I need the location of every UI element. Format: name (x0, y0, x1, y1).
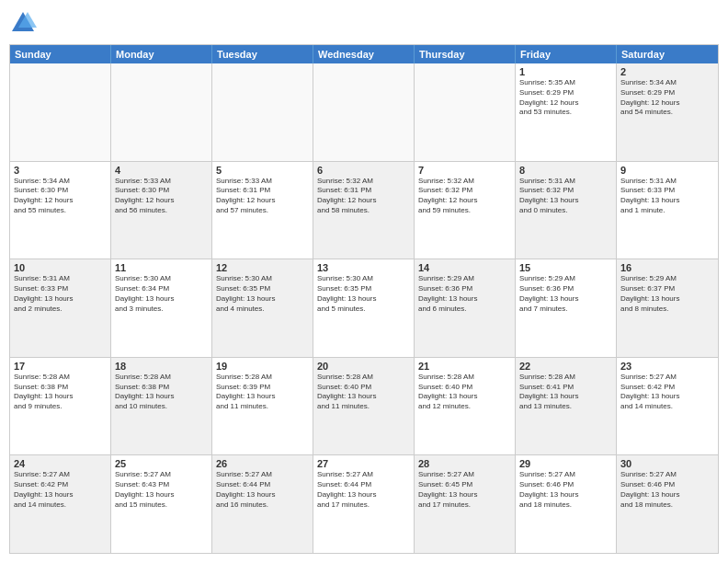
day-number: 1 (519, 66, 612, 77)
day-number: 9 (620, 165, 714, 176)
day-info: Sunrise: 5:27 AM Sunset: 6:45 PM Dayligh… (418, 470, 511, 510)
cal-cell: 10Sunrise: 5:31 AM Sunset: 6:33 PM Dayli… (10, 259, 111, 357)
day-info: Sunrise: 5:29 AM Sunset: 6:37 PM Dayligh… (620, 274, 714, 314)
day-info: Sunrise: 5:31 AM Sunset: 6:32 PM Dayligh… (519, 177, 612, 216)
cal-cell: 22Sunrise: 5:28 AM Sunset: 6:41 PM Dayli… (516, 358, 617, 455)
day-number: 11 (115, 262, 208, 273)
day-info: Sunrise: 5:33 AM Sunset: 6:30 PM Dayligh… (115, 177, 208, 216)
cal-row: 17Sunrise: 5:28 AM Sunset: 6:38 PM Dayli… (10, 358, 718, 456)
cal-cell (111, 63, 212, 161)
cal-cell: 17Sunrise: 5:28 AM Sunset: 6:38 PM Dayli… (10, 358, 111, 455)
day-number: 3 (14, 165, 107, 176)
cal-row: 1Sunrise: 5:35 AM Sunset: 6:29 PM Daylig… (10, 63, 718, 162)
cal-cell: 27Sunrise: 5:27 AM Sunset: 6:44 PM Dayli… (313, 455, 415, 553)
cal-cell: 7Sunrise: 5:32 AM Sunset: 6:32 PM Daylig… (415, 162, 516, 259)
cal-cell: 9Sunrise: 5:31 AM Sunset: 6:33 PM Daylig… (617, 162, 718, 259)
day-info: Sunrise: 5:28 AM Sunset: 6:38 PM Dayligh… (14, 373, 107, 412)
day-info: Sunrise: 5:28 AM Sunset: 6:39 PM Dayligh… (216, 373, 309, 412)
day-number: 6 (317, 165, 410, 176)
day-number: 5 (216, 165, 309, 176)
cal-cell: 23Sunrise: 5:27 AM Sunset: 6:42 PM Dayli… (617, 358, 718, 455)
day-number: 19 (216, 361, 309, 372)
cal-cell (10, 63, 111, 161)
cal-cell: 13Sunrise: 5:30 AM Sunset: 6:35 PM Dayli… (313, 259, 415, 357)
cal-cell: 28Sunrise: 5:27 AM Sunset: 6:45 PM Dayli… (415, 455, 516, 553)
day-info: Sunrise: 5:27 AM Sunset: 6:44 PM Dayligh… (216, 470, 309, 510)
cal-header-cell: Wednesday (313, 45, 415, 63)
cal-cell: 4Sunrise: 5:33 AM Sunset: 6:30 PM Daylig… (111, 162, 212, 259)
day-number: 7 (418, 165, 511, 176)
cal-cell: 11Sunrise: 5:30 AM Sunset: 6:34 PM Dayli… (111, 259, 212, 357)
cal-cell (212, 63, 313, 161)
day-info: Sunrise: 5:28 AM Sunset: 6:41 PM Dayligh… (519, 373, 612, 412)
day-info: Sunrise: 5:27 AM Sunset: 6:46 PM Dayligh… (519, 470, 612, 510)
day-info: Sunrise: 5:27 AM Sunset: 6:46 PM Dayligh… (620, 470, 714, 510)
day-number: 23 (620, 361, 714, 372)
cal-cell: 29Sunrise: 5:27 AM Sunset: 6:46 PM Dayli… (516, 455, 617, 553)
day-info: Sunrise: 5:30 AM Sunset: 6:34 PM Dayligh… (115, 274, 208, 314)
day-info: Sunrise: 5:28 AM Sunset: 6:40 PM Dayligh… (317, 373, 410, 412)
calendar: SundayMondayTuesdayWednesdayThursdayFrid… (9, 44, 719, 554)
day-info: Sunrise: 5:30 AM Sunset: 6:35 PM Dayligh… (317, 274, 410, 314)
day-info: Sunrise: 5:27 AM Sunset: 6:44 PM Dayligh… (317, 470, 410, 510)
calendar-header: SundayMondayTuesdayWednesdayThursdayFrid… (10, 45, 718, 63)
cal-cell: 24Sunrise: 5:27 AM Sunset: 6:42 PM Dayli… (10, 455, 111, 553)
day-number: 15 (519, 262, 612, 273)
day-number: 13 (317, 262, 410, 273)
cal-cell: 8Sunrise: 5:31 AM Sunset: 6:32 PM Daylig… (516, 162, 617, 259)
cal-cell: 2Sunrise: 5:34 AM Sunset: 6:29 PM Daylig… (617, 63, 718, 161)
day-info: Sunrise: 5:30 AM Sunset: 6:35 PM Dayligh… (216, 274, 309, 314)
day-number: 29 (519, 458, 612, 469)
cal-cell: 14Sunrise: 5:29 AM Sunset: 6:36 PM Dayli… (415, 259, 516, 357)
cal-cell: 18Sunrise: 5:28 AM Sunset: 6:38 PM Dayli… (111, 358, 212, 455)
logo-icon (9, 9, 37, 37)
cal-cell: 30Sunrise: 5:27 AM Sunset: 6:46 PM Dayli… (617, 455, 718, 553)
day-number: 20 (317, 361, 410, 372)
cal-header-cell: Tuesday (212, 45, 313, 63)
cal-cell: 1Sunrise: 5:35 AM Sunset: 6:29 PM Daylig… (516, 63, 617, 161)
day-info: Sunrise: 5:27 AM Sunset: 6:42 PM Dayligh… (620, 373, 714, 412)
day-info: Sunrise: 5:29 AM Sunset: 6:36 PM Dayligh… (519, 274, 612, 314)
day-info: Sunrise: 5:29 AM Sunset: 6:36 PM Dayligh… (418, 274, 511, 314)
day-number: 28 (418, 458, 511, 469)
day-info: Sunrise: 5:32 AM Sunset: 6:32 PM Dayligh… (418, 177, 511, 216)
day-info: Sunrise: 5:32 AM Sunset: 6:31 PM Dayligh… (317, 177, 410, 216)
day-info: Sunrise: 5:28 AM Sunset: 6:40 PM Dayligh… (418, 373, 511, 412)
header (9, 9, 719, 37)
cal-header-cell: Thursday (415, 45, 516, 63)
day-info: Sunrise: 5:31 AM Sunset: 6:33 PM Dayligh… (14, 274, 107, 314)
cal-header-cell: Friday (516, 45, 617, 63)
day-number: 2 (620, 66, 714, 77)
cal-cell: 15Sunrise: 5:29 AM Sunset: 6:36 PM Dayli… (516, 259, 617, 357)
day-number: 30 (620, 458, 714, 469)
cal-header-cell: Saturday (617, 45, 718, 63)
day-info: Sunrise: 5:31 AM Sunset: 6:33 PM Dayligh… (620, 177, 714, 216)
cal-cell: 21Sunrise: 5:28 AM Sunset: 6:40 PM Dayli… (415, 358, 516, 455)
cal-cell: 16Sunrise: 5:29 AM Sunset: 6:37 PM Dayli… (617, 259, 718, 357)
logo (9, 9, 40, 37)
cal-cell: 20Sunrise: 5:28 AM Sunset: 6:40 PM Dayli… (313, 358, 415, 455)
cal-cell (313, 63, 415, 161)
cal-row: 3Sunrise: 5:34 AM Sunset: 6:30 PM Daylig… (10, 162, 718, 260)
day-number: 17 (14, 361, 107, 372)
day-number: 16 (620, 262, 714, 273)
day-info: Sunrise: 5:27 AM Sunset: 6:42 PM Dayligh… (14, 470, 107, 510)
day-info: Sunrise: 5:34 AM Sunset: 6:30 PM Dayligh… (14, 177, 107, 216)
day-number: 18 (115, 361, 208, 372)
cal-cell: 5Sunrise: 5:33 AM Sunset: 6:31 PM Daylig… (212, 162, 313, 259)
day-number: 27 (317, 458, 410, 469)
day-info: Sunrise: 5:27 AM Sunset: 6:43 PM Dayligh… (115, 470, 208, 510)
day-info: Sunrise: 5:28 AM Sunset: 6:38 PM Dayligh… (115, 373, 208, 412)
cal-cell: 3Sunrise: 5:34 AM Sunset: 6:30 PM Daylig… (10, 162, 111, 259)
cal-header-cell: Sunday (10, 45, 111, 63)
day-info: Sunrise: 5:33 AM Sunset: 6:31 PM Dayligh… (216, 177, 309, 216)
day-number: 21 (418, 361, 511, 372)
day-number: 26 (216, 458, 309, 469)
cal-row: 24Sunrise: 5:27 AM Sunset: 6:42 PM Dayli… (10, 455, 718, 553)
calendar-body: 1Sunrise: 5:35 AM Sunset: 6:29 PM Daylig… (10, 63, 718, 553)
cal-cell: 26Sunrise: 5:27 AM Sunset: 6:44 PM Dayli… (212, 455, 313, 553)
day-number: 24 (14, 458, 107, 469)
day-number: 12 (216, 262, 309, 273)
day-number: 10 (14, 262, 107, 273)
cal-cell: 12Sunrise: 5:30 AM Sunset: 6:35 PM Dayli… (212, 259, 313, 357)
